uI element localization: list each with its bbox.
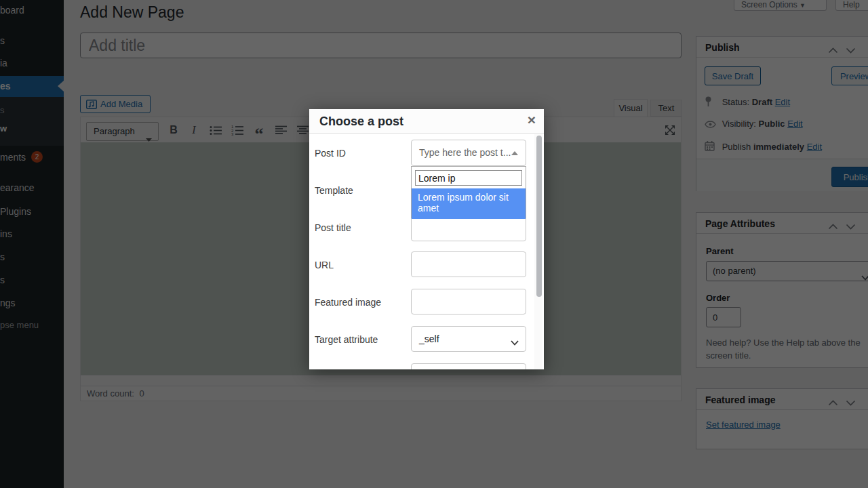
wordpress-admin-page: board s ia es s w ments 2 earance Plugin… (0, 0, 868, 488)
choose-post-modal: Choose a post × Post ID Type here the po… (309, 109, 544, 369)
url-label: URL (315, 260, 334, 270)
featured-image-input[interactable] (411, 289, 526, 314)
next-field-partial[interactable] (411, 363, 526, 369)
target-attribute-label: Target attribute (315, 334, 378, 345)
post-search-input[interactable] (415, 170, 522, 186)
post-id-dropdown: Lorem ipsum dolor sit amet (411, 166, 526, 218)
featured-image-label: Featured image (315, 297, 381, 308)
post-id-combobox[interactable]: Type here the post t... (411, 140, 526, 166)
chevron-down-icon (511, 336, 519, 348)
target-attribute-value: _self (419, 333, 439, 344)
chevron-up-icon (511, 151, 518, 155)
modal-header: Choose a post × (309, 109, 544, 134)
post-title-label: Post title (315, 222, 351, 233)
modal-title: Choose a post (319, 115, 403, 129)
post-id-placeholder: Type here the post t... (419, 147, 511, 158)
post-id-label: Post ID (315, 148, 346, 159)
close-icon[interactable]: × (528, 112, 536, 128)
target-attribute-select[interactable]: _self (411, 326, 526, 352)
post-result-option[interactable]: Lorem ipsum dolor sit amet (412, 188, 526, 219)
template-label: Template (315, 185, 353, 196)
modal-scrollbar-thumb[interactable] (536, 136, 542, 297)
url-input[interactable] (411, 251, 526, 277)
post-title-input[interactable] (411, 216, 526, 241)
